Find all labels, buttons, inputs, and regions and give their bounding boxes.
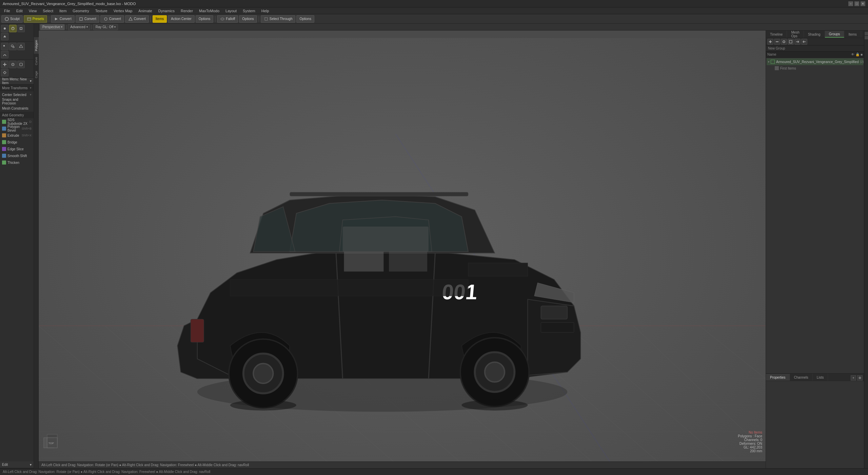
tool-rotate-icon[interactable] [9, 25, 17, 32]
groups-icon-3[interactable] [794, 39, 801, 45]
tool-icon-9[interactable] [1, 61, 8, 68]
tool-icon-7[interactable] [17, 43, 25, 50]
groups-delete-button[interactable] [774, 39, 780, 45]
menu-view[interactable]: View [26, 8, 40, 13]
tool-icon-10[interactable] [9, 61, 17, 68]
viewport-info: No Items Polygons : Face Channels: 0 Def… [738, 431, 762, 453]
strip-btn-1[interactable] [865, 32, 868, 35]
strip-btn-2[interactable] [865, 36, 868, 39]
convert-button-4[interactable]: Convert [125, 15, 149, 23]
perspective-button[interactable]: Perspective ▾ [40, 24, 65, 30]
svg-rect-12 [20, 27, 22, 30]
convert-button-3[interactable]: Convert [100, 15, 124, 23]
menu-vertex-map[interactable]: Vertex Map [111, 8, 135, 13]
options-button-3[interactable]: Options [296, 15, 314, 23]
menu-maxtomodo[interactable]: MaxToModo [196, 8, 222, 13]
maximize-button[interactable]: □ [854, 1, 859, 6]
smooth-shift-item[interactable]: Smooth Shift [0, 152, 34, 159]
tool-icon-12[interactable] [1, 69, 8, 76]
bottom-panel-settings-icon[interactable]: ⚙ [857, 375, 863, 381]
convert-button-2[interactable]: Convert [76, 15, 99, 23]
action-center-button[interactable]: Action Center [168, 15, 195, 23]
menu-help[interactable]: Help [259, 8, 272, 13]
svg-rect-58 [191, 319, 204, 342]
groups-icon-1[interactable] [781, 39, 787, 45]
left-tab-cage[interactable]: Cage [34, 68, 39, 81]
menu-system[interactable]: System [240, 8, 258, 13]
tool-transform-icon[interactable] [1, 33, 8, 40]
tab-properties[interactable]: Properties [766, 374, 790, 381]
viewport-area[interactable]: ⊕ ◈ ⊞ ⊡ ↔ ↕ [39, 31, 766, 468]
svg-point-20 [12, 63, 14, 66]
tab-channels[interactable]: Channels [790, 374, 813, 381]
bottom-right-panel: Properties Channels Lists + ⚙ [766, 373, 864, 468]
menu-texture[interactable]: Texture [93, 8, 110, 13]
menu-file[interactable]: File [1, 8, 13, 13]
close-button[interactable]: ✕ [861, 1, 865, 6]
menu-animate[interactable]: Animate [136, 8, 155, 13]
tool-scale-icon[interactable] [17, 25, 25, 32]
main-toolbar: Sculpt Presets Convert Convert Convert [0, 14, 868, 24]
tab-mesh-ops[interactable]: Mesh Ops [787, 31, 804, 38]
item-menu-dropdown[interactable]: Item Menu: New Item ▾ [0, 78, 34, 84]
tool-icon-5[interactable] [1, 43, 8, 50]
svg-point-0 [5, 17, 8, 21]
options-button-2[interactable]: Options [239, 15, 257, 23]
groups-item-suv[interactable]: ▾ Armoured_SUV_Rezvani_Vengeance_Grey_Si… [767, 58, 863, 65]
left-tab-curve[interactable]: Curve [34, 54, 39, 68]
tab-items[interactable]: Items [844, 31, 861, 38]
add-geometry-item[interactable]: Add Geometry [0, 112, 34, 118]
tab-shading[interactable]: Shading [804, 31, 825, 38]
edit-dropdown[interactable]: Edit ▾ [0, 461, 34, 468]
sculpt-button[interactable]: Sculpt [1, 15, 23, 23]
thicken-item[interactable]: Thicken [0, 159, 34, 166]
tool-icon-8[interactable] [1, 51, 8, 58]
tool-icon-11[interactable] [17, 61, 25, 68]
tab-groups[interactable]: Groups [825, 31, 845, 38]
select-through-button[interactable]: Select Through [261, 15, 296, 23]
sds-subdivide-item[interactable]: SDS Subdivide 2X D [0, 118, 34, 125]
menu-edit[interactable]: Edit [14, 8, 25, 13]
tool-move-icon[interactable] [1, 25, 8, 32]
more-transforms-item[interactable]: More Transforms ▾ [0, 84, 34, 91]
presets-button[interactable]: Presets [24, 15, 47, 23]
bottom-panel-add-button[interactable]: + [851, 375, 856, 381]
menu-layout[interactable]: Layout [223, 8, 239, 13]
ray-gl-chevron-icon: ▾ [114, 25, 116, 28]
deformers-label: Deformers: ON [738, 442, 762, 445]
left-tab-polygon[interactable]: Polygon [34, 37, 39, 54]
tab-lists[interactable]: Lists [813, 374, 828, 381]
sculpt-icon [4, 17, 9, 21]
menu-dynamics[interactable]: Dynamics [156, 8, 177, 13]
toolbar-separator-4 [259, 16, 259, 22]
menu-item[interactable]: Item [57, 8, 69, 13]
menu-geometry[interactable]: Geometry [70, 8, 92, 13]
nav-cube-svg: TOP [42, 433, 61, 451]
menu-render[interactable]: Render [178, 8, 196, 13]
snaps-precision-item[interactable]: Snaps and Precision [0, 98, 34, 105]
svg-rect-55 [389, 252, 427, 271]
extrude-item[interactable]: Extrude Shift+X [0, 132, 34, 139]
groups-eye-header: 👁 [851, 53, 854, 56]
polygon-bevel-item[interactable]: Polygon Bevel Shift+B [0, 125, 34, 132]
center-selected-item[interactable]: Center Selected ▾ [0, 91, 34, 98]
items-button[interactable]: Items [153, 15, 167, 23]
bridge-item[interactable]: Bridge [0, 139, 34, 146]
groups-toolbar [766, 38, 864, 45]
ray-gl-button[interactable]: Ray GL: Off ▾ [93, 24, 118, 30]
minimize-button[interactable]: − [848, 1, 853, 6]
groups-icon-4[interactable] [801, 39, 807, 45]
advanced-button[interactable]: Advanced ▾ [68, 24, 90, 30]
groups-new-button[interactable] [767, 39, 773, 45]
groups-sub-item-first[interactable]: First Items [767, 65, 863, 71]
menu-select[interactable]: Select [40, 8, 56, 13]
mesh-constraints-item[interactable]: Mesh Constraints [0, 105, 34, 112]
viewport-canvas[interactable]: 001 [39, 38, 766, 461]
groups-icon-2[interactable] [788, 39, 794, 45]
tab-timeline[interactable]: Timeline [766, 31, 787, 38]
options-button-1[interactable]: Options [196, 15, 213, 23]
edge-slice-item[interactable]: Edge Slice [0, 146, 34, 152]
falloff-button[interactable]: Falloff [217, 15, 238, 23]
convert-button-1[interactable]: Convert [51, 15, 75, 23]
tool-icon-6[interactable] [9, 43, 17, 50]
